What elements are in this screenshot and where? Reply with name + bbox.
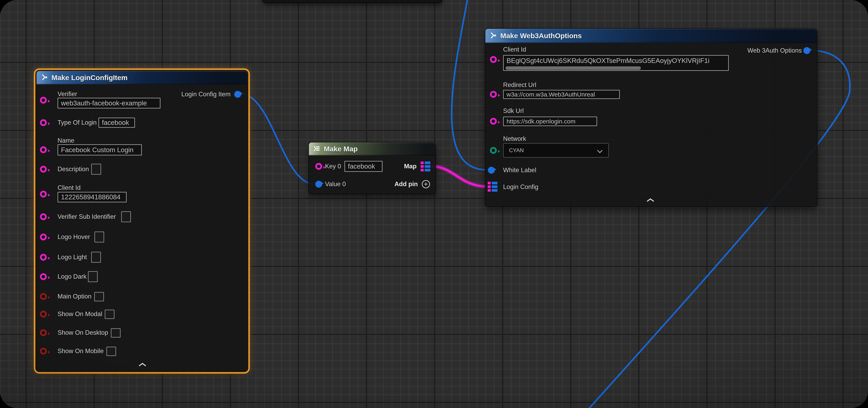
add-pin-button[interactable] (422, 180, 430, 188)
sdk-url-label: Sdk Url (503, 107, 524, 114)
redirect-url-label: Redirect Url (503, 81, 536, 89)
network-label: Network (503, 135, 526, 142)
key-0-input[interactable]: facebook (344, 161, 382, 172)
logo-light-label: Logo Light (58, 253, 87, 261)
web3auth-options-output-label: Web 3Auth Options (747, 47, 802, 54)
node-make-map[interactable]: Make Map Key 0 facebook Map Value 0 Add … (308, 142, 436, 194)
key-0-pin[interactable] (315, 163, 322, 170)
logo-dark-label: Logo Dark (58, 273, 87, 280)
main-option-pin[interactable] (40, 293, 47, 300)
logo-dark-input[interactable] (88, 271, 98, 282)
network-pin[interactable] (490, 147, 497, 154)
main-option-label: Main Option (58, 293, 91, 300)
blueprint-canvas[interactable]: Make LoginConfigItem Login Config Item V… (0, 0, 868, 408)
main-option-checkbox[interactable] (94, 292, 104, 301)
verifier-pin[interactable] (40, 97, 47, 104)
white-label-label: White Label (503, 167, 536, 174)
client-id-pin[interactable] (490, 56, 497, 63)
show-on-modal-pin[interactable] (40, 311, 47, 317)
output-pin-label: Login Config Item (181, 91, 230, 98)
type-of-login-pin[interactable] (40, 119, 47, 126)
logo-hover-input[interactable] (94, 232, 104, 242)
logo-light-input[interactable] (91, 252, 101, 263)
show-on-modal-label: Show On Modal (58, 310, 102, 318)
node-title: Make Web3AuthOptions (500, 32, 582, 40)
type-of-login-input[interactable]: facebook (98, 117, 135, 128)
network-selected-value: CYAN (509, 147, 524, 154)
node-make-loginconfigitem[interactable]: Make LoginConfigItem Login Config Item V… (36, 71, 248, 371)
description-pin[interactable] (40, 166, 47, 173)
node-offscreen-top[interactable] (262, 0, 442, 3)
node-title: Make LoginConfigItem (52, 74, 127, 82)
logo-light-pin[interactable] (40, 254, 47, 261)
chevron-down-icon (597, 148, 602, 153)
description-label: Description (58, 166, 89, 173)
add-pin-label: Add pin (395, 180, 418, 188)
node-header[interactable]: Make Web3AuthOptions (485, 29, 817, 43)
value-0-pin[interactable] (315, 181, 322, 188)
show-on-mobile-checkbox[interactable] (106, 347, 116, 356)
verifier-sub-identifier-input[interactable] (121, 211, 131, 222)
node-title: Make Map (324, 145, 358, 153)
value-0-label: Value 0 (325, 180, 346, 188)
login-config-pin[interactable] (488, 182, 497, 192)
map-output-pin[interactable] (421, 162, 430, 171)
client-id-label: Client Id (503, 46, 526, 53)
sdk-url-pin[interactable] (490, 118, 497, 125)
name-pin[interactable] (40, 146, 47, 153)
show-on-mobile-label: Show On Mobile (58, 347, 103, 355)
collapse-chevron-icon[interactable] (138, 363, 147, 368)
verifier-sub-identifier-pin[interactable] (40, 213, 47, 220)
collapse-chevron-icon[interactable] (646, 198, 655, 203)
client-id-pin[interactable] (40, 191, 47, 198)
description-input[interactable] (91, 164, 101, 175)
redirect-url-pin[interactable] (490, 91, 497, 98)
node-header[interactable]: Make Map (309, 142, 436, 156)
client-id-scrollbar[interactable] (505, 66, 641, 70)
login-config-label: Login Config (503, 183, 538, 191)
type-of-login-label: Type Of Login (58, 119, 97, 126)
show-on-desktop-label: Show On Desktop (58, 329, 108, 336)
redirect-url-input[interactable]: w3a://com.w3a.Web3AuthUnreal (503, 90, 620, 99)
client-id-input[interactable]: 1222658941886084 (58, 192, 127, 202)
show-on-modal-checkbox[interactable] (105, 310, 115, 319)
web3auth-options-output-pin[interactable] (803, 47, 810, 54)
verifier-input[interactable]: web3auth-facebook-example (58, 98, 160, 108)
login-config-item-output-pin[interactable] (234, 91, 241, 98)
white-label-pin[interactable] (488, 167, 495, 174)
make-struct-icon (40, 74, 48, 82)
verifier-sub-identifier-label: Verifier Sub Identifier (58, 213, 116, 220)
logo-dark-pin[interactable] (40, 273, 47, 280)
map-output-label: Map (404, 163, 416, 170)
verifier-label: Verifier (58, 91, 77, 98)
key-0-label: Key 0 (325, 163, 341, 170)
name-label: Name (58, 137, 74, 144)
network-dropdown[interactable]: CYAN (503, 143, 609, 158)
name-input[interactable]: Facebook Custom Login (58, 144, 142, 156)
logo-hover-label: Logo Hover (58, 233, 90, 241)
logo-hover-pin[interactable] (40, 234, 47, 240)
show-on-desktop-pin[interactable] (40, 329, 47, 336)
client-id-label: Client Id (58, 184, 81, 192)
node-header[interactable]: Make LoginConfigItem (36, 71, 247, 84)
show-on-desktop-checkbox[interactable] (111, 328, 121, 338)
sdk-url-input[interactable]: https://sdk.openlogin.com (503, 116, 597, 126)
make-map-icon (313, 145, 320, 153)
show-on-mobile-pin[interactable] (40, 348, 47, 354)
node-make-web3authoptions[interactable]: Make Web3AuthOptions Web 3Auth Options C… (485, 28, 817, 207)
make-struct-icon (489, 32, 497, 40)
